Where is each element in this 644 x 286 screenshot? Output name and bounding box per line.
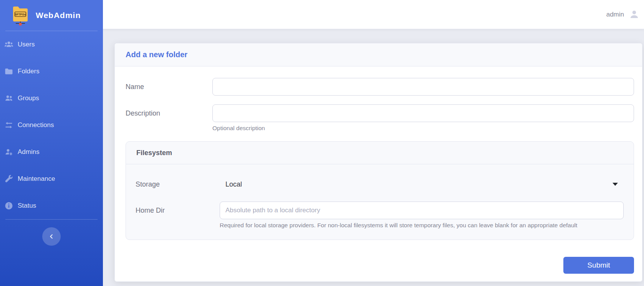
- description-label: Description: [126, 104, 212, 132]
- wrench-icon: [4, 174, 13, 184]
- description-hint: Optional description: [212, 125, 634, 132]
- chevron-left-icon: [48, 233, 55, 240]
- page-content: Add a new folder Name Description Option…: [103, 29, 644, 286]
- user-group-icon: [4, 94, 13, 103]
- sidebar-item-label: Connections: [18, 121, 54, 129]
- filesystem-section-body: Storage Local Home Dir Required for loca…: [126, 164, 634, 240]
- add-folder-card: Add a new folder Name Description Option…: [114, 43, 642, 282]
- sidebar-item-label: Users: [18, 41, 35, 48]
- caret-down-icon: [613, 183, 618, 186]
- folder-icon: [4, 67, 13, 76]
- name-label: Name: [126, 78, 212, 96]
- submit-row: Submit: [126, 257, 634, 274]
- card-header: Add a new folder: [115, 43, 642, 66]
- sidebar-item-connections[interactable]: Connections: [0, 112, 103, 139]
- home-dir-hint: Required for local storage providers. Fo…: [220, 222, 624, 229]
- home-dir-input[interactable]: [220, 202, 624, 219]
- sidebar-item-label: Groups: [18, 94, 39, 102]
- user-gear-icon: [4, 147, 13, 157]
- filesystem-section: Filesystem Storage Local Home Dir: [126, 141, 634, 240]
- sidebar-item-label: Status: [18, 202, 36, 210]
- home-dir-field-row: Home Dir Required for local storage prov…: [136, 202, 624, 229]
- storage-select-value: Local: [225, 180, 242, 188]
- home-dir-label: Home Dir: [136, 202, 220, 229]
- collapse-sidebar-button[interactable]: [42, 227, 61, 246]
- name-input[interactable]: [212, 78, 634, 96]
- user-icon[interactable]: [629, 9, 639, 20]
- sidebar-item-users[interactable]: Users: [0, 31, 103, 58]
- topbar: admin: [103, 0, 644, 29]
- storage-label: Storage: [136, 180, 220, 188]
- svg-text:SFTPGo: SFTPGo: [15, 13, 26, 16]
- brand-link[interactable]: SFTPGo WebAdmin: [0, 0, 103, 31]
- storage-select[interactable]: Local: [220, 175, 624, 193]
- sidebar-item-folders[interactable]: Folders: [0, 58, 103, 85]
- sidebar-item-label: Maintenance: [18, 175, 55, 183]
- card-body: Name Description Optional description Fi…: [115, 66, 642, 281]
- page-title: Add a new folder: [126, 50, 187, 59]
- filesystem-title: Filesystem: [136, 149, 172, 157]
- sftpgo-folder-logo: SFTPGo: [12, 5, 29, 26]
- filesystem-section-header: Filesystem: [126, 142, 634, 164]
- sidebar-item-label: Admins: [18, 148, 40, 156]
- sidebar-item-status[interactable]: Status: [0, 192, 103, 219]
- sidebar-divider: [5, 219, 98, 220]
- description-input[interactable]: [212, 104, 634, 122]
- sidebar: SFTPGo WebAdmin Users Folders: [0, 0, 103, 286]
- sidebar-item-label: Folders: [18, 68, 40, 75]
- name-field-row: Name: [126, 78, 634, 96]
- info-circle-icon: [4, 201, 13, 210]
- sidebar-item-admins[interactable]: Admins: [0, 139, 103, 165]
- storage-field-row: Storage Local: [136, 175, 624, 194]
- users-icon: [4, 40, 13, 49]
- main-area: admin Add a new folder Name Description: [103, 0, 644, 286]
- user-menu[interactable]: admin: [606, 11, 624, 18]
- exchange-icon: [4, 121, 13, 130]
- description-field-row: Description Optional description: [126, 104, 634, 132]
- sidebar-item-maintenance[interactable]: Maintenance: [0, 165, 103, 192]
- brand-title: WebAdmin: [36, 11, 81, 20]
- sidebar-item-groups[interactable]: Groups: [0, 85, 103, 112]
- submit-button[interactable]: Submit: [563, 257, 634, 274]
